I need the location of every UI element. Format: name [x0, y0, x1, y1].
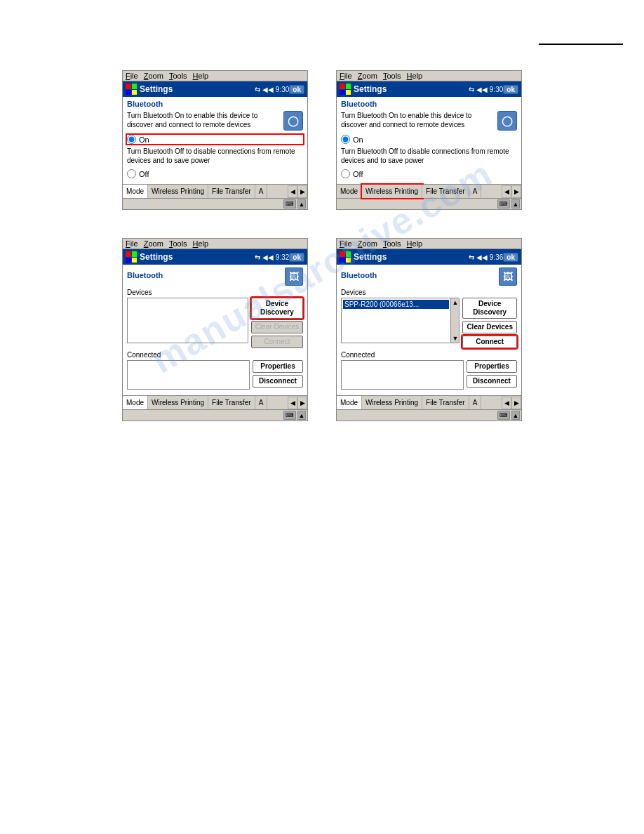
tab-file-transfer[interactable]: File Transfer [208, 396, 255, 409]
top-row: File Zoom Tools Help Settings ⇆ ◀◀ 9:30 … [0, 70, 644, 210]
kb-arrow-up[interactable]: ▲ [297, 199, 306, 208]
tab-next[interactable]: ▶ [297, 397, 307, 409]
scroll-down[interactable]: ▼ [451, 334, 459, 343]
tab-wireless-printing[interactable]: Wireless Printing [148, 396, 208, 409]
menu-help[interactable]: Help [193, 72, 209, 80]
off-radio[interactable] [341, 169, 350, 178]
screenshots-grid: File Zoom Tools Help Settings ⇆ ◀◀ 9:30 … [0, 70, 644, 449]
tab-prev[interactable]: ◀ [288, 397, 297, 409]
kb-arrow-up[interactable]: ▲ [511, 411, 520, 420]
menu-zoom[interactable]: Zoom [144, 239, 163, 248]
win-content-top-left: Bluetooth Turn Bluetooth On to enable th… [123, 97, 307, 184]
connect-button[interactable]: Connect [462, 336, 517, 348]
menu-file[interactable]: File [126, 239, 138, 248]
tab-prev[interactable]: ◀ [288, 185, 297, 198]
on-radio-row[interactable]: On [341, 135, 517, 144]
properties-button[interactable]: Properties [253, 360, 303, 373]
tab-a[interactable]: A [469, 396, 482, 409]
on-radio-row[interactable]: On [127, 135, 303, 144]
menu-file[interactable]: File [340, 239, 352, 248]
tab-a[interactable]: A [255, 185, 268, 198]
disconnect-button[interactable]: Disconnect [253, 375, 303, 388]
off-description: Turn Bluetooth Off to disable connection… [127, 147, 303, 165]
ok-button[interactable]: ok [289, 85, 304, 94]
off-section: Turn Bluetooth Off to disable connection… [341, 147, 517, 165]
kb-arrow-up[interactable]: ▲ [297, 411, 306, 420]
screenshot-top-right: File Zoom Tools Help Settings ⇆ ◀◀ 9:30 … [336, 70, 522, 210]
tab-next[interactable]: ▶ [297, 185, 307, 198]
tab-next[interactable]: ▶ [511, 397, 521, 409]
menu-tools[interactable]: Tools [383, 72, 401, 80]
off-radio-row[interactable]: Off [341, 169, 517, 178]
bluetooth-title: Bluetooth [127, 100, 303, 108]
on-radio[interactable] [341, 135, 350, 144]
tab-mode[interactable]: Mode [123, 396, 148, 409]
ok-button[interactable]: ok [503, 253, 518, 262]
on-radio[interactable] [127, 135, 136, 144]
kb-bar-bottom-right: ⌨ ▲ [337, 409, 521, 421]
tab-mode[interactable]: Mode [123, 185, 148, 198]
info-button[interactable]: ◯ [497, 111, 517, 131]
device-discovery-button[interactable]: DeviceDiscovery [462, 298, 517, 319]
connect-button[interactable]: Connect [251, 336, 303, 348]
title-bar-bottom-right: Settings ⇆ ◀◀ 9:36 ok [337, 249, 521, 265]
clear-devices-button[interactable]: Clear Devices [251, 321, 303, 333]
devices-panel: SPP-R200 (00066e13... ▲ ▼ DeviceDiscover… [341, 298, 517, 348]
devices-section: Devices DeviceDiscovery Clear Devices Co… [127, 289, 303, 348]
disconnect-button[interactable]: Disconnect [467, 375, 517, 388]
menu-help[interactable]: Help [193, 239, 209, 248]
tab-a[interactable]: A [255, 396, 268, 409]
tab-bar-top-right: Mode Wireless Printing File Transfer A ◀… [337, 184, 521, 198]
scroll-up[interactable]: ▲ [451, 298, 459, 307]
top-decorative-line [539, 44, 623, 45]
menu-tools[interactable]: Tools [169, 239, 187, 248]
menu-file[interactable]: File [340, 72, 352, 80]
tab-a[interactable]: A [469, 185, 482, 198]
bluetooth-title: Bluetooth [341, 100, 517, 108]
keyboard-icon[interactable]: ⌨ [497, 411, 510, 420]
menu-bar-top-left: File Zoom Tools Help [123, 71, 307, 81]
tab-bar-top-left: Mode Wireless Printing File Transfer A ◀… [123, 184, 307, 198]
title-icons: ⇆ ◀◀ 9:36 [469, 253, 503, 261]
menu-help[interactable]: Help [407, 72, 423, 80]
tab-file-transfer[interactable]: File Transfer [208, 185, 255, 198]
win-content-top-right: Bluetooth Turn Bluetooth On to enable th… [337, 97, 521, 184]
on-label: On [139, 135, 149, 144]
on-section: Turn Bluetooth On to enable this device … [127, 111, 303, 131]
info-button[interactable]: ◯ [283, 111, 303, 131]
keyboard-icon[interactable]: ⌨ [283, 411, 296, 420]
connected-section: Connected Properties Disconnect [127, 351, 303, 390]
off-radio[interactable] [127, 169, 136, 178]
tab-prev[interactable]: ◀ [502, 185, 511, 198]
tab-file-transfer[interactable]: File Transfer [422, 185, 469, 198]
tab-next[interactable]: ▶ [511, 185, 521, 198]
keyboard-icon[interactable]: ⌨ [497, 199, 510, 208]
tab-wireless-printing[interactable]: Wireless Printing [362, 185, 422, 198]
menu-bar-bottom-right: File Zoom Tools Help [337, 239, 521, 249]
ok-button[interactable]: ok [289, 253, 304, 262]
off-radio-row[interactable]: Off [127, 169, 303, 178]
tab-mode[interactable]: Mode [337, 185, 362, 198]
device-item-spp[interactable]: SPP-R200 (00066e13... [343, 300, 449, 309]
ok-button[interactable]: ok [503, 85, 518, 94]
menu-tools[interactable]: Tools [169, 72, 187, 80]
menu-zoom[interactable]: Zoom [358, 72, 377, 80]
menu-bar-bottom-left: File Zoom Tools Help [123, 239, 307, 249]
bluetooth-device-icon: 🖼 [285, 267, 303, 286]
device-discovery-button[interactable]: DeviceDiscovery [251, 298, 303, 319]
keyboard-icon[interactable]: ⌨ [283, 199, 296, 208]
menu-file[interactable]: File [126, 72, 138, 80]
tab-wireless-printing[interactable]: Wireless Printing [148, 185, 208, 198]
tab-prev[interactable]: ◀ [502, 397, 511, 409]
menu-help[interactable]: Help [407, 239, 423, 248]
menu-tools[interactable]: Tools [383, 239, 401, 248]
kb-arrow-up[interactable]: ▲ [511, 199, 520, 208]
tab-file-transfer[interactable]: File Transfer [422, 396, 469, 409]
tab-wireless-printing[interactable]: Wireless Printing [362, 396, 422, 409]
tab-mode[interactable]: Mode [337, 396, 362, 409]
properties-button[interactable]: Properties [467, 360, 517, 373]
menu-zoom[interactable]: Zoom [358, 239, 377, 248]
menu-zoom[interactable]: Zoom [144, 72, 163, 80]
connected-buttons: Properties Disconnect [253, 360, 303, 390]
clear-devices-button[interactable]: Clear Devices [462, 321, 517, 333]
